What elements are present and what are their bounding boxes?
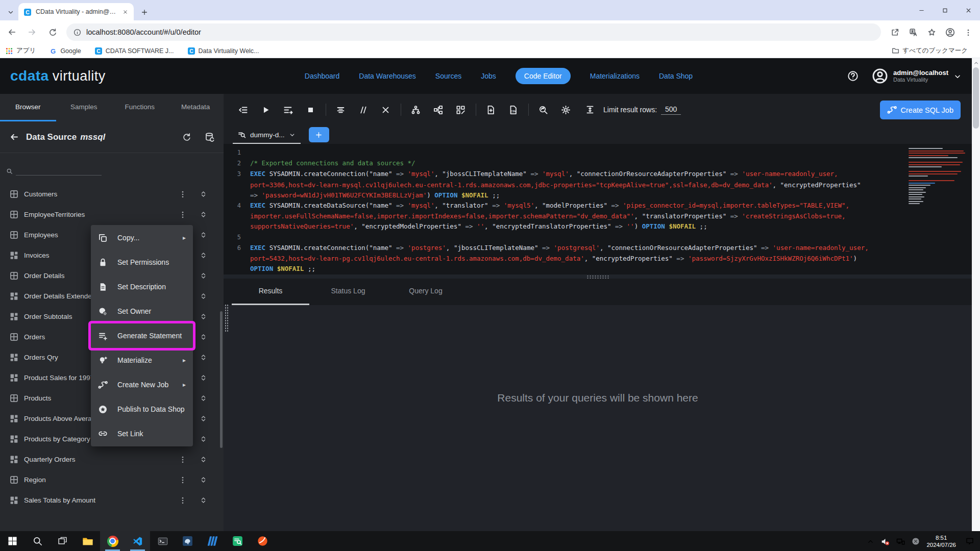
window-maximize-button[interactable]: [933, 0, 957, 20]
taskbar-search-icon[interactable]: [25, 531, 50, 551]
item-unfold-icon[interactable]: [200, 495, 207, 505]
item-unfold-icon[interactable]: [200, 251, 207, 260]
clear-icon[interactable]: [376, 101, 395, 119]
taskbar-green-query-app-icon[interactable]: [225, 531, 250, 551]
list-item-region[interactable]: Region: [0, 469, 224, 490]
taskbar-blue-layers-app-icon[interactable]: [200, 531, 225, 551]
menu-item-create-new-job[interactable]: Create New Job▸: [91, 372, 193, 397]
site-info-icon[interactable]: [74, 28, 81, 37]
results-tab-results[interactable]: Results: [232, 279, 309, 305]
horizontal-splitter[interactable]: [224, 274, 972, 279]
bookmark-google[interactable]: GGoogle: [49, 47, 81, 55]
bookmark-cdata-software-j[interactable]: CCDATA SOFTWARE J...: [94, 47, 174, 55]
taskbar-pgadmin-icon[interactable]: [175, 531, 200, 551]
code-editor[interactable]: 12/* Exported connections and data sourc…: [224, 144, 972, 274]
item-kebab-icon[interactable]: [179, 475, 187, 484]
taskbar-file-explorer-icon[interactable]: [75, 531, 100, 551]
bookmark-star-icon[interactable]: [924, 24, 939, 40]
taskbar-terminal-icon[interactable]: [150, 531, 175, 551]
menu-item-publish-to-data-shop[interactable]: Publish to Data Shop: [91, 397, 193, 421]
run-selection-icon[interactable]: [279, 101, 297, 119]
minimap[interactable]: [909, 148, 966, 206]
help-icon[interactable]: [845, 68, 861, 84]
refresh-icon[interactable]: [44, 23, 61, 41]
database-sync-icon[interactable]: [205, 132, 214, 142]
profile-avatar-icon[interactable]: [942, 24, 958, 40]
settings-icon[interactable]: [556, 101, 575, 119]
menu-item-set-description[interactable]: Set Description: [91, 274, 193, 299]
back-arrow-icon[interactable]: [9, 132, 19, 142]
limit-value-input[interactable]: 500: [661, 105, 681, 115]
item-unfold-icon[interactable]: [200, 434, 207, 443]
back-icon[interactable]: [3, 23, 20, 41]
item-unfold-icon[interactable]: [200, 353, 207, 362]
nav-dashboard[interactable]: Dashboard: [305, 72, 340, 80]
sidebar-tab-browser[interactable]: Browser: [0, 94, 56, 121]
taskbar-task-view-icon[interactable]: [50, 531, 75, 551]
item-unfold-icon[interactable]: [200, 332, 207, 341]
forward-icon[interactable]: [23, 23, 41, 41]
taskbar-chrome-icon[interactable]: [100, 531, 125, 551]
sidebar-tab-metadata[interactable]: Metadata: [168, 94, 224, 121]
menu-item-set-owner[interactable]: Set Owner: [91, 299, 193, 323]
tab-chevron-down-icon[interactable]: [289, 131, 296, 139]
scroll-up-icon[interactable]: [972, 58, 980, 66]
vertical-splitter-handle[interactable]: [225, 304, 229, 332]
item-unfold-icon[interactable]: [200, 455, 207, 464]
notifications-icon[interactable]: [966, 537, 974, 546]
list-item-employeeterritories[interactable]: EmployeeTerritories: [0, 204, 224, 224]
new-tab-button[interactable]: [137, 4, 152, 19]
tab-close-icon[interactable]: [120, 7, 130, 16]
format-icon[interactable]: [331, 101, 350, 119]
results-tab-status-log[interactable]: Status Log: [309, 279, 387, 305]
volume-muted-icon[interactable]: [881, 536, 890, 545]
menu-item-materialize[interactable]: Materialize▸: [91, 348, 193, 372]
dependency-tree-icon[interactable]: [406, 101, 425, 119]
account-menu[interactable]: admin@localhost Data Virtuality: [872, 68, 962, 84]
address-bar[interactable]: localhost:8080/account/#/u/0/editor: [66, 23, 881, 41]
item-unfold-icon[interactable]: [200, 291, 207, 300]
list-item-sales-totals-by-amount[interactable]: Sales Totals by Amount: [0, 490, 224, 510]
sidebar-scrollbar-thumb[interactable]: [220, 311, 223, 448]
new-file-icon[interactable]: [481, 101, 500, 119]
item-unfold-icon[interactable]: [200, 414, 207, 423]
app-logo[interactable]: cdata virtuality: [10, 68, 179, 84]
splitter-handle[interactable]: [586, 275, 609, 279]
run-icon[interactable]: [256, 101, 275, 119]
all-bookmarks-button[interactable]: すべてのブックマーク: [892, 46, 975, 55]
sidebar-search[interactable]: [0, 153, 224, 180]
item-unfold-icon[interactable]: [200, 475, 207, 484]
editor-tab[interactable]: dummy-d...: [233, 127, 301, 143]
new-editor-tab-button[interactable]: [309, 127, 329, 142]
refresh-source-icon[interactable]: [182, 132, 191, 142]
collapse-panel-icon[interactable]: [234, 101, 252, 119]
window-close-button[interactable]: [957, 0, 980, 20]
sidebar-tab-functions[interactable]: Functions: [112, 94, 168, 121]
menu-item-set-permissions[interactable]: Set Permissions: [91, 250, 193, 274]
find-replace-icon[interactable]: [534, 101, 552, 119]
nav-jobs[interactable]: Jobs: [481, 72, 496, 80]
bookmark-[interactable]: アプリ: [5, 46, 36, 55]
sidebar-tab-samples[interactable]: Samples: [56, 94, 112, 121]
nav-materializations[interactable]: Materializations: [590, 72, 640, 80]
nav-sources[interactable]: Sources: [435, 72, 461, 80]
taskbar-vscode-icon[interactable]: [125, 531, 150, 551]
taskbar-clock[interactable]: 8:51 2024/07/26: [926, 534, 956, 548]
menu-item-generate-statement[interactable]: Generate Statement: [91, 323, 193, 348]
item-kebab-icon[interactable]: [179, 455, 187, 464]
row-limit-icon[interactable]: [581, 101, 599, 119]
comment-icon[interactable]: [354, 101, 372, 119]
page-scrollbar-thumb[interactable]: [973, 67, 979, 129]
window-minimize-button[interactable]: [910, 0, 933, 20]
item-unfold-icon[interactable]: [200, 312, 207, 321]
bookmark-data-virtuality-welc[interactable]: CData Virtuality Welc...: [187, 47, 259, 55]
item-unfold-icon[interactable]: [200, 230, 207, 239]
item-kebab-icon[interactable]: [179, 210, 187, 219]
share-icon[interactable]: [887, 24, 902, 40]
data-lineage-icon[interactable]: [429, 101, 447, 119]
search-input[interactable]: [16, 167, 102, 175]
export-csv-icon[interactable]: CSV: [504, 101, 522, 119]
item-unfold-icon[interactable]: [200, 373, 207, 382]
nav-data-warehouses[interactable]: Data Warehouses: [359, 72, 416, 80]
browser-tab[interactable]: C CData Virtuality - admin@locall: [18, 3, 134, 20]
